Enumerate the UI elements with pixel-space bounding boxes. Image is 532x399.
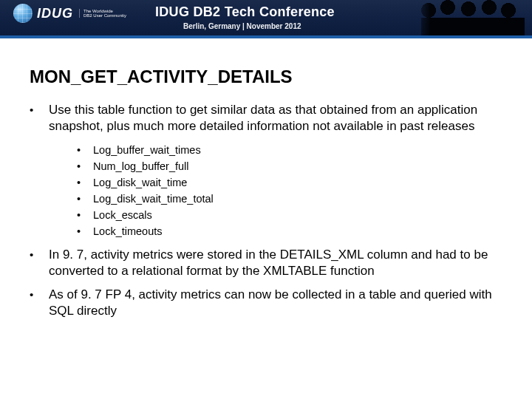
bullet-icon: •: [30, 287, 37, 319]
bullet-list: • In 9. 7, activity metrics were stored …: [30, 247, 502, 319]
silhouette-people-icon: [414, 0, 532, 38]
bullet-icon: •: [77, 158, 83, 174]
slide-content: MON_GET_ACTIVITY_DETAILS • Use this tabl…: [0, 38, 532, 319]
sub-bullet-text: Log_buffer_wait_times: [93, 142, 201, 158]
bullet-icon: •: [77, 142, 83, 158]
list-item: • As of 9. 7 FP 4, activity metrics can …: [30, 287, 502, 319]
list-item: • Use this table function to get similar…: [30, 102, 502, 134]
sub-bullet-text: Num_log_buffer_full: [93, 158, 189, 174]
bullet-icon: •: [77, 174, 83, 191]
bullet-icon: •: [77, 207, 83, 223]
idug-logo: IDUG The Worldwide DB2 User Community: [13, 4, 126, 23]
list-item: •Log_disk_wait_time_total: [77, 191, 502, 207]
sub-bullet-text: Lock_timeouts: [93, 223, 163, 239]
bullet-icon: •: [77, 191, 83, 207]
sub-bullet-text: Lock_escals: [93, 207, 152, 223]
bullet-icon: •: [30, 247, 37, 279]
sub-bullet-text: Log_disk_wait_time_total: [93, 191, 214, 207]
bullet-list: • Use this table function to get similar…: [30, 102, 502, 134]
conference-banner: IDUG The Worldwide DB2 User Community ID…: [0, 0, 532, 38]
list-item: •Lock_timeouts: [77, 223, 502, 239]
logo-text: IDUG: [37, 6, 73, 21]
sub-bullet-list: •Log_buffer_wait_times •Num_log_buffer_f…: [77, 142, 502, 239]
bullet-icon: •: [77, 223, 83, 239]
banner-subtitle: Berlin, Germany | November 2012: [183, 22, 301, 30]
slide-title: MON_GET_ACTIVITY_DETAILS: [30, 66, 502, 87]
bullet-text: In 9. 7, activity metrics were stored in…: [49, 247, 502, 279]
bullet-text: As of 9. 7 FP 4, activity metrics can no…: [49, 287, 502, 319]
banner-title: IDUG DB2 Tech Conference: [155, 4, 335, 20]
sub-bullet-text: Log_disk_wait_time: [93, 174, 187, 191]
bullet-text: Use this table function to get similar d…: [49, 102, 502, 134]
bullet-icon: •: [30, 102, 37, 134]
globe-icon: [13, 4, 33, 23]
list-item: •Lock_escals: [77, 207, 502, 223]
list-item: •Log_disk_wait_time: [77, 174, 502, 191]
banner-stripe: [0, 35, 532, 38]
list-item: • In 9. 7, activity metrics were stored …: [30, 247, 502, 279]
logo-subtitle: The Worldwide DB2 User Community: [79, 9, 126, 18]
list-item: •Log_buffer_wait_times: [77, 142, 502, 158]
list-item: •Num_log_buffer_full: [77, 158, 502, 174]
